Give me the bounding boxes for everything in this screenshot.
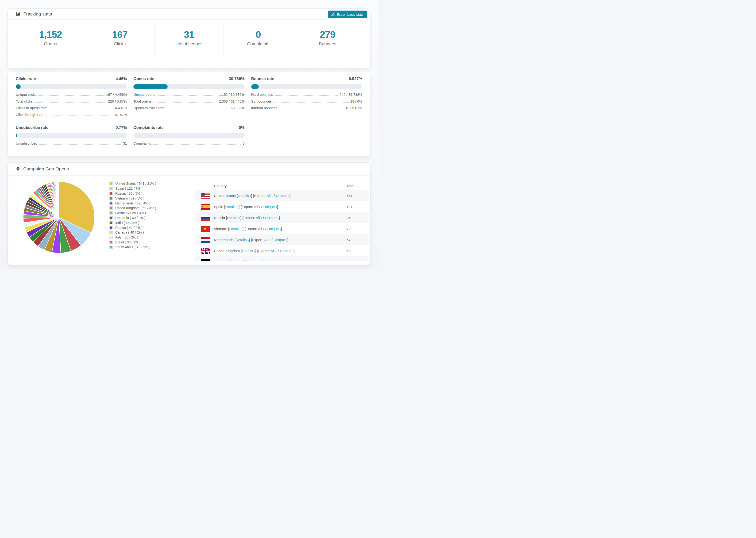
- details-link[interactable]: Details ›: [236, 238, 249, 242]
- details-link[interactable]: Details ›: [242, 249, 255, 253]
- export-all-link[interactable]: All ›: [260, 260, 266, 261]
- stat-label: Bounces: [319, 41, 336, 46]
- rate-title: Unsubscribe rate: [16, 125, 48, 130]
- stat-cell-complaints: 0Complaints: [224, 24, 293, 56]
- country-name: Russia: [214, 216, 225, 220]
- export-all-link[interactable]: All ›: [266, 194, 273, 198]
- rate-row-value: 2,303 / 61.446%: [219, 99, 244, 103]
- export-all-link[interactable]: All ›: [254, 205, 260, 209]
- tracking-stats-page: Tracking stats Export basic stats 1,152O…: [0, 0, 378, 269]
- geo-total-cell: 55: [347, 260, 369, 261]
- rate-section-clicks-rate: Clicks rate 4.46% Unique clicks 167 / 4.…: [16, 77, 127, 119]
- legend-label: Vietnam ( 79 / 5% ): [115, 196, 144, 200]
- rate-head: Clicks rate 4.46%: [16, 77, 127, 81]
- export-unique-link[interactable]: Unique ›: [269, 260, 283, 261]
- rate-row-value: 689.82%: [231, 106, 244, 110]
- rate-row-value: 1,152 / 30.736%: [219, 92, 244, 96]
- country-name: United States: [214, 194, 236, 198]
- rate-row-value: 0: [243, 141, 244, 145]
- page-title: Tracking stats: [24, 12, 52, 17]
- country-name: Netherlands: [214, 238, 234, 242]
- export-all-link[interactable]: All ›: [264, 238, 271, 242]
- rate-section-unsubscribe-rate: Unsubscribe rate 0.77% Unsubscribes 31: [16, 125, 127, 148]
- rate-progress-track: [16, 84, 127, 89]
- rate-row: Soft bounces 18 / 0%: [251, 99, 362, 106]
- rate-progress-track: [251, 84, 362, 89]
- export-unique-link[interactable]: Unique ›: [276, 194, 290, 198]
- rate-progress-fill: [134, 84, 167, 89]
- stat-value: 1,152: [39, 29, 62, 40]
- export-basic-stats-button[interactable]: Export basic stats: [328, 11, 367, 18]
- geo-table-row-united-states: United States [Details ›] [Export: All ›…: [195, 190, 369, 201]
- stat-cell-opens: 1,152Opens: [16, 24, 85, 56]
- dotted-leader: [34, 102, 107, 103]
- geo-total-cell: 541: [347, 194, 369, 198]
- rate-section-opens-rate: Opens rate 30.736% Unique opens 1,152 / …: [134, 77, 244, 119]
- details-link[interactable]: Details ›: [229, 227, 243, 231]
- rate-row-label: Internal bounces: [251, 106, 277, 110]
- rates-card: Clicks rate 4.46% Unique clicks 167 / 4.…: [8, 72, 370, 156]
- geo-total-cell: 121: [347, 205, 369, 209]
- map-pin-icon: [16, 166, 20, 172]
- geo-country-cell: Russia [Details ›] [Export: All › / Uniq…: [214, 216, 347, 220]
- details-link[interactable]: Details ›: [225, 205, 239, 209]
- rate-row-label: Clicks to opens rate: [16, 106, 47, 110]
- rate-row-label: Hard bounces: [251, 92, 273, 96]
- legend-swatch: [109, 221, 113, 224]
- rate-row-value: 14.497%: [113, 106, 127, 110]
- country-name: Vietnam: [214, 227, 227, 231]
- legend-item-france: France ( 42 / 2% ): [109, 225, 156, 230]
- legend-swatch: [109, 202, 113, 205]
- legend-item-india: India ( 46 / 3% ): [109, 220, 156, 225]
- geo-table-row-vietnam: Vietnam [Details ›] [Export: All › / Uni…: [195, 223, 369, 234]
- export-unique-link[interactable]: Unique ›: [263, 205, 277, 209]
- export-unique-link[interactable]: Unique ›: [274, 238, 287, 242]
- rate-row: Total opens 2,303 / 61.446%: [134, 99, 244, 106]
- legend-item-russia: Russia ( 86 / 5% ): [109, 191, 156, 196]
- us-flag-icon: [201, 193, 210, 198]
- legend-swatch: [109, 206, 113, 210]
- legend-item-italy: Italy ( 36 / 2% ): [109, 235, 156, 240]
- dotted-leader: [45, 116, 113, 116]
- geo-total-cell: 79: [347, 227, 369, 231]
- legend-swatch: [109, 231, 113, 234]
- rate-head: Complaints rate 0%: [134, 125, 244, 130]
- rate-title: Bounce rate: [251, 77, 274, 81]
- export-all-link[interactable]: All ›: [256, 216, 262, 220]
- legend-swatch: [109, 187, 113, 190]
- geo-body: United States ( 541 / 31% )Spain ( 121 /…: [8, 176, 370, 265]
- legend-swatch: [109, 241, 113, 244]
- legend-item-spain: Spain ( 121 / 7% ): [109, 186, 156, 191]
- rate-row-value: 220 / 5.87%: [108, 99, 127, 103]
- legend-label: Romania ( 49 / 3% ): [115, 216, 145, 220]
- rate-progress-track: [134, 133, 244, 138]
- es-flag-icon: [201, 204, 210, 210]
- details-link[interactable]: Details ›: [238, 194, 251, 198]
- summary-stats-row: 1,152Opens167Clicks31Unsubscribes0Compla…: [16, 24, 362, 56]
- details-link[interactable]: Details ›: [227, 216, 241, 220]
- stat-label: Opens: [44, 41, 57, 46]
- export-button-label: Export basic stats: [337, 13, 363, 17]
- export-unique-link[interactable]: Unique ›: [265, 216, 279, 220]
- nl-flag-icon: [201, 237, 210, 243]
- rate-title: Opens rate: [134, 77, 154, 81]
- legend-label: France ( 42 / 2% ): [115, 226, 142, 230]
- export-unique-link[interactable]: Unique ›: [267, 227, 281, 231]
- legend-swatch: [109, 211, 113, 215]
- rate-progress-fill: [251, 84, 259, 89]
- details-link[interactable]: Details ›: [231, 260, 244, 261]
- legend-label: Netherlands ( 67 / 4% ): [115, 201, 150, 205]
- export-all-link[interactable]: All ›: [270, 249, 277, 253]
- geo-total-cell: 86: [347, 216, 369, 220]
- stat-value: 0: [256, 29, 261, 40]
- export-all-link[interactable]: All ›: [258, 227, 264, 231]
- legend-item-united-kingdom: United Kingdom ( 59 / 3% ): [109, 206, 156, 211]
- geo-pie-chart: [22, 180, 96, 254]
- gb-flag-icon: [201, 248, 210, 254]
- rate-value: 0.77%: [116, 125, 127, 130]
- export-unique-link[interactable]: Unique ›: [280, 249, 294, 253]
- stat-cell-unsubscribes: 31Unsubscribes: [154, 24, 224, 56]
- rate-row-label: Total clicks: [16, 99, 33, 103]
- rate-row-value: 18 / 0%: [350, 99, 362, 103]
- rate-rows: Unique clicks 167 / 4.456% Total clicks …: [16, 92, 127, 119]
